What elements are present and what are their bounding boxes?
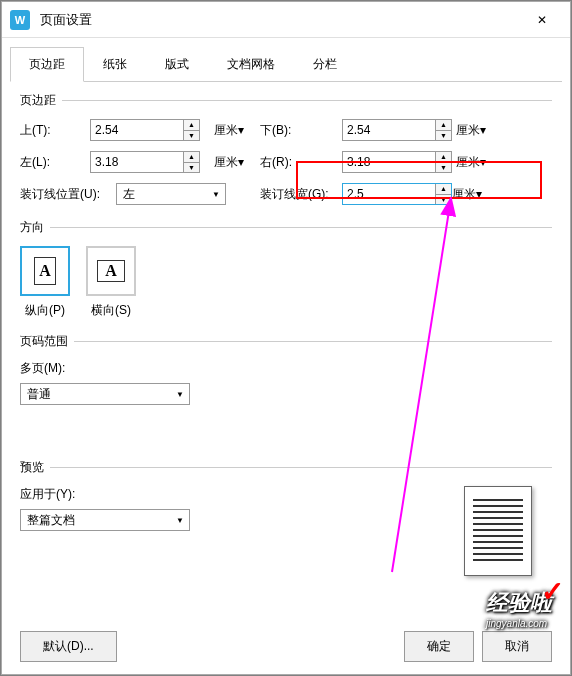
chevron-down-icon: ▼ [171, 516, 189, 525]
close-button[interactable]: ✕ [522, 2, 562, 38]
top-label: 上(T): [20, 122, 90, 139]
app-icon: W [10, 10, 30, 30]
window-title: 页面设置 [40, 11, 92, 29]
bottom-label: 下(B): [260, 122, 342, 139]
tab-grid[interactable]: 文档网格 [208, 47, 294, 82]
landscape-label: 横向(S) [91, 303, 131, 317]
bottom-unit[interactable]: 厘米▾ [452, 122, 492, 139]
tab-layout[interactable]: 版式 [146, 47, 208, 82]
top-input[interactable] [91, 120, 183, 140]
ok-button[interactable]: 确定 [404, 631, 474, 662]
gutter-down[interactable]: ▼ [436, 195, 451, 205]
bottom-input[interactable] [343, 120, 435, 140]
top-unit[interactable]: 厘米▾ [210, 122, 260, 139]
left-down[interactable]: ▼ [184, 163, 199, 173]
top-up[interactable]: ▲ [184, 120, 199, 131]
apply-select[interactable]: 整篇文档 ▼ [20, 509, 190, 531]
cancel-button[interactable]: 取消 [482, 631, 552, 662]
left-label: 左(L): [20, 154, 90, 171]
gutter-width-unit[interactable]: 厘米▾ [452, 186, 492, 203]
fieldset-page-range: 页码范围 多页(M): 普通 ▼ [20, 333, 552, 405]
preview-thumbnail [464, 486, 532, 576]
bottom-down[interactable]: ▼ [436, 131, 451, 141]
gutter-pos-select[interactable]: 左 ▼ [116, 183, 226, 205]
bottom-up[interactable]: ▲ [436, 120, 451, 131]
tab-margins[interactable]: 页边距 [10, 47, 84, 82]
multipage-select[interactable]: 普通 ▼ [20, 383, 190, 405]
apply-label: 应用于(Y): [20, 486, 220, 503]
gutter-width-label: 装订线宽(G): [260, 186, 342, 203]
page-setup-dialog: W 页面设置 ✕ 页边距 纸张 版式 文档网格 分栏 页边距 上(T): [1, 1, 571, 675]
right-label: 右(R): [260, 154, 342, 171]
margins-label: 页边距 [20, 92, 56, 109]
fieldset-preview: 预览 应用于(Y): 整篇文档 ▼ [20, 459, 552, 576]
right-spinner[interactable]: ▲▼ [342, 151, 452, 173]
fieldset-margins: 页边距 上(T): ▲▼ 厘米▾ 下(B): ▲▼ 厘米▾ [20, 92, 552, 205]
right-up[interactable]: ▲ [436, 152, 451, 163]
chevron-down-icon: ▼ [207, 190, 225, 199]
content: 页边距 上(T): ▲▼ 厘米▾ 下(B): ▲▼ 厘米▾ [2, 82, 570, 600]
page-range-label: 页码范围 [20, 333, 68, 350]
left-spinner[interactable]: ▲▼ [90, 151, 200, 173]
preview-label: 预览 [20, 459, 44, 476]
fieldset-orientation: 方向 A 纵向(P) A 横向(S) [20, 219, 552, 319]
tab-paper[interactable]: 纸张 [84, 47, 146, 82]
right-unit[interactable]: 厘米▾ [452, 154, 492, 171]
tab-columns[interactable]: 分栏 [294, 47, 356, 82]
gutter-pos-value: 左 [117, 186, 207, 203]
right-input[interactable] [343, 152, 435, 172]
orientation-landscape[interactable]: A 横向(S) [86, 246, 136, 319]
gutter-width-input[interactable] [343, 184, 435, 204]
gutter-pos-label: 装订线位置(U): [20, 186, 116, 203]
defaults-button[interactable]: 默认(D)... [20, 631, 117, 662]
left-up[interactable]: ▲ [184, 152, 199, 163]
landscape-icon: A [97, 260, 125, 282]
gutter-up[interactable]: ▲ [436, 184, 451, 195]
portrait-label: 纵向(P) [25, 303, 65, 317]
multipage-value: 普通 [21, 386, 171, 403]
titlebar: W 页面设置 ✕ [2, 2, 570, 38]
orientation-portrait[interactable]: A 纵向(P) [20, 246, 70, 319]
right-down[interactable]: ▼ [436, 163, 451, 173]
chevron-down-icon: ▼ [171, 390, 189, 399]
multipage-label: 多页(M): [20, 360, 552, 377]
orientation-label: 方向 [20, 219, 44, 236]
left-unit[interactable]: 厘米▾ [210, 154, 260, 171]
bottom-spinner[interactable]: ▲▼ [342, 119, 452, 141]
watermark-check-icon: ✓ [541, 575, 564, 608]
left-input[interactable] [91, 152, 183, 172]
footer: 默认(D)... 确定 取消 [2, 619, 570, 674]
top-down[interactable]: ▼ [184, 131, 199, 141]
portrait-icon: A [34, 257, 56, 285]
tabs: 页边距 纸张 版式 文档网格 分栏 [10, 46, 562, 82]
close-icon: ✕ [537, 13, 547, 27]
apply-value: 整篇文档 [21, 512, 171, 529]
gutter-width-spinner[interactable]: ▲▼ [342, 183, 452, 205]
top-spinner[interactable]: ▲▼ [90, 119, 200, 141]
